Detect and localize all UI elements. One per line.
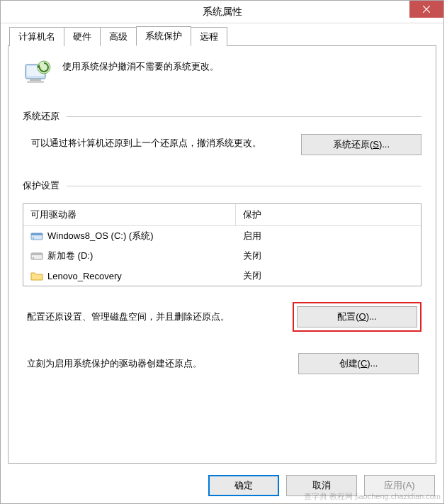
ok-button[interactable]: 确定 (208, 475, 279, 496)
intro-row: 使用系统保护撤消不需要的系统更改。 (23, 59, 421, 89)
configure-highlight: 配置(O)... (293, 302, 421, 332)
svg-rect-4 (30, 79, 41, 81)
system-restore-button[interactable]: 系统还原(S)... (301, 134, 421, 155)
drive-row[interactable]: Windows8_OS (C:) (系统) 启用 (23, 226, 421, 246)
system-properties-window: 系统属性 计算机名 硬件 高级 系统保护 远程 (0, 0, 444, 504)
configure-text: 配置还原设置、管理磁盘空间，并且删除还原点。 (27, 310, 278, 323)
drive-row[interactable]: 新加卷 (D:) 关闭 (23, 246, 421, 266)
tab-computer-name[interactable]: 计算机名 (9, 27, 64, 46)
system-protection-icon (23, 59, 52, 89)
svg-point-10 (33, 237, 34, 239)
dialog-footer: 确定 取消 应用(A) (208, 475, 435, 496)
drive-status: 启用 (236, 228, 421, 244)
create-text: 立刻为启用系统保护的驱动器创建还原点。 (27, 357, 284, 370)
configure-row: 配置还原设置、管理磁盘空间，并且删除还原点。 配置(O)... (27, 302, 421, 332)
system-restore-group-header: 系统还原 (23, 110, 421, 123)
drive-name: Windows8_OS (C:) (系统) (47, 230, 154, 242)
system-restore-group-title: 系统还原 (23, 110, 60, 123)
tab-panel-system-protection: 使用系统保护撤消不需要的系统更改。 系统还原 可以通过将计算机还原到上一个还原点… (8, 45, 436, 464)
svg-rect-12 (31, 253, 43, 255)
drive-status: 关闭 (236, 248, 421, 264)
tab-system-protection[interactable]: 系统保护 (136, 26, 191, 46)
drive-name: Lenovo_Recovery (47, 271, 122, 281)
divider (67, 116, 421, 117)
system-restore-text: 可以通过将计算机还原到上一个还原点，撤消系统更改。 (31, 134, 287, 151)
folder-icon (30, 269, 43, 282)
tab-advanced[interactable]: 高级 (100, 27, 137, 46)
col-header-drive[interactable]: 可用驱动器 (23, 204, 236, 225)
svg-rect-5 (27, 81, 44, 83)
create-button[interactable]: 创建(C)... (298, 353, 419, 374)
drives-header: 可用驱动器 保护 (23, 204, 421, 226)
drive-status: 关闭 (236, 268, 421, 284)
titlebar[interactable]: 系统属性 (1, 1, 443, 23)
configure-button-label: 配置(O)... (337, 310, 377, 323)
tab-hardware[interactable]: 硬件 (64, 27, 101, 46)
drives-list[interactable]: 可用驱动器 保护 Windows8_OS (C:) (系统) 启用 (23, 203, 421, 286)
apply-button: 应用(A) (364, 475, 435, 496)
system-drive-icon (30, 230, 43, 242)
svg-point-13 (33, 257, 34, 259)
svg-rect-9 (31, 233, 43, 235)
divider (67, 186, 421, 186)
create-button-label: 创建(C)... (339, 357, 378, 370)
cancel-button[interactable]: 取消 (286, 475, 357, 496)
drive-name: 新加卷 (D:) (47, 250, 93, 262)
protection-settings-group-header: 保护设置 (23, 179, 421, 192)
dialog-body: 计算机名 硬件 高级 系统保护 远程 (1, 23, 443, 471)
protection-settings-group-title: 保护设置 (23, 179, 60, 192)
drive-icon (30, 250, 43, 262)
close-icon (423, 6, 430, 13)
close-button[interactable] (409, 1, 443, 18)
tab-remote[interactable]: 远程 (191, 27, 227, 46)
drive-row[interactable]: Lenovo_Recovery 关闭 (23, 266, 421, 286)
configure-button[interactable]: 配置(O)... (297, 306, 417, 327)
system-restore-row: 可以通过将计算机还原到上一个还原点，撤消系统更改。 系统还原(S)... (31, 134, 421, 155)
tabstrip: 计算机名 硬件 高级 系统保护 远程 (9, 26, 436, 45)
intro-text: 使用系统保护撤消不需要的系统更改。 (62, 59, 219, 73)
system-restore-button-label: 系统还原(S)... (333, 138, 390, 151)
window-title: 系统属性 (203, 6, 242, 18)
create-row: 立刻为启用系统保护的驱动器创建还原点。 创建(C)... (27, 353, 421, 374)
col-header-protection[interactable]: 保护 (236, 204, 421, 225)
